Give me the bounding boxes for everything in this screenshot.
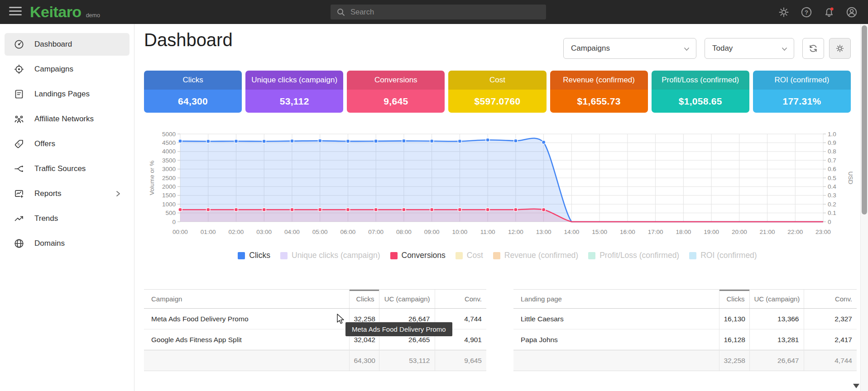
trends-icon	[14, 213, 24, 224]
date-range-value: Today	[712, 44, 733, 53]
table-totals-row: 32,25826,6474,744	[513, 350, 857, 371]
svg-text:18:00: 18:00	[676, 229, 691, 235]
landings-icon	[14, 89, 24, 100]
legend-item-revenue-confirmed[interactable]: Revenue (confirmed)	[493, 251, 578, 260]
scroll-down-arrow-icon[interactable]	[853, 384, 859, 388]
legend-item-profit-loss-confirmed[interactable]: Profit/Loss (confirmed)	[588, 251, 679, 260]
stat-card-label: Unique clicks (campaign)	[245, 71, 343, 90]
table-row[interactable]: Little Caesars16,13013,3662,327	[513, 309, 857, 329]
stat-card-value: 64,300	[144, 90, 242, 113]
sidebar-item-reports[interactable]: Reports	[5, 182, 129, 205]
column-header-conv[interactable]: Conv.	[435, 290, 486, 309]
page-title: Dashboard	[144, 30, 233, 50]
row-name-cell[interactable]: Little Caesars	[513, 309, 719, 329]
gear-icon	[835, 43, 845, 53]
global-search[interactable]	[331, 5, 546, 19]
sidebar-item-landings-pages[interactable]: Landings Pages	[5, 83, 129, 105]
svg-text:02:00: 02:00	[229, 229, 244, 235]
svg-text:04:00: 04:00	[284, 229, 300, 235]
topbar-actions: ?	[777, 0, 858, 24]
column-header-campaign[interactable]: Campaign	[144, 290, 349, 309]
column-header-uc-campaign[interactable]: UC (campaign)	[379, 290, 435, 309]
sidebar-item-trends[interactable]: Trends	[5, 207, 129, 230]
sidebar-item-dashboard[interactable]: Dashboard	[5, 33, 129, 56]
account-icon[interactable]	[845, 6, 858, 19]
sidebar-item-label: Offers	[34, 139, 55, 148]
totals-cell: 64,300	[349, 350, 379, 371]
column-header-uc-campaign[interactable]: UC (campaign)	[749, 290, 804, 309]
sidebar-item-affiliate-networks[interactable]: Affiliate Networks	[5, 108, 129, 130]
sidebar-item-offers[interactable]: SOffers	[5, 133, 129, 155]
stat-card-clicks[interactable]: Clicks64,300	[144, 71, 242, 113]
help-icon[interactable]: ?	[800, 6, 813, 19]
notifications-bell-icon[interactable]	[823, 6, 835, 19]
chart-legend: ClicksUnique clicks (campaign)Conversion…	[144, 251, 851, 260]
column-header-clicks[interactable]: Clicks	[719, 290, 749, 309]
sidebar-item-label: Reports	[34, 189, 62, 198]
svg-text:05:00: 05:00	[312, 229, 328, 235]
menu-toggle-icon[interactable]	[9, 7, 22, 17]
svg-text:06:00: 06:00	[340, 229, 356, 235]
row-tooltip: Meta Ads Food Delivery Promo	[345, 322, 452, 336]
stat-card-conversions[interactable]: Conversions9,645	[347, 71, 445, 113]
column-header-landing-page[interactable]: Landing page	[513, 290, 719, 309]
sidebar: DashboardCampaignsLandings PagesAffiliat…	[0, 24, 134, 391]
svg-text:00:00: 00:00	[173, 229, 188, 235]
column-header-conv[interactable]: Conv.	[804, 290, 857, 309]
stat-card-cost[interactable]: Cost$597.0760	[448, 71, 546, 113]
stat-card-label: Revenue (confirmed)	[550, 71, 648, 90]
svg-text:0.2: 0.2	[828, 201, 836, 208]
column-header-clicks[interactable]: Clicks	[349, 290, 379, 309]
refresh-icon	[808, 43, 818, 53]
sidebar-item-traffic-sources[interactable]: Traffic Sources	[5, 157, 129, 180]
sidebar-item-label: Campaigns	[34, 65, 73, 74]
legend-item-roi-confirmed[interactable]: ROI (confirmed)	[689, 251, 757, 260]
campaigns-filter-select[interactable]: Campaigns	[563, 38, 696, 59]
sidebar-item-label: Dashboard	[34, 40, 72, 49]
sidebar-item-campaigns[interactable]: Campaigns	[5, 58, 129, 81]
chevron-right-icon	[115, 191, 121, 197]
legend-swatch	[238, 252, 245, 259]
offers-icon: S	[14, 138, 24, 149]
search-input[interactable]	[350, 7, 532, 17]
svg-text:3500: 3500	[162, 157, 176, 164]
legend-swatch	[493, 252, 500, 259]
sidebar-item-domains[interactable]: Domains	[5, 232, 129, 255]
scrollbar-track[interactable]	[860, 24, 868, 391]
stat-card-label: Clicks	[144, 71, 242, 90]
stat-card-roi-confirmed[interactable]: ROI (confirmed)177.31%	[753, 71, 851, 113]
row-name-cell[interactable]: Meta Ads Food Delivery Promo	[144, 309, 349, 329]
affiliate-icon	[14, 114, 24, 124]
settings-gear-icon[interactable]	[777, 6, 790, 19]
legend-item-cost[interactable]: Cost	[456, 251, 483, 260]
svg-text:13:00: 13:00	[536, 229, 551, 235]
stat-card-profit-loss-confirmed[interactable]: Profit/Loss (confirmed)$1,058.65	[652, 71, 749, 113]
legend-item-unique-clicks-campaign[interactable]: Unique clicks (campaign)	[280, 251, 380, 260]
sidebar-item-label: Domains	[34, 239, 65, 248]
legend-item-conversions[interactable]: Conversions	[390, 251, 446, 260]
date-range-select[interactable]: Today	[705, 38, 794, 59]
stat-card-unique-clicks-campaign[interactable]: Unique clicks (campaign)53,112	[245, 71, 343, 113]
legend-label: Clicks	[249, 251, 270, 260]
chart-settings-button[interactable]	[829, 38, 851, 59]
legend-item-clicks[interactable]: Clicks	[238, 251, 270, 260]
stat-card-revenue-confirmed[interactable]: Revenue (confirmed)$1,655.73	[550, 71, 648, 113]
sidebar-item-label: Traffic Sources	[34, 164, 86, 173]
row-name-cell[interactable]: Google Ads Fitness App Split	[144, 329, 349, 350]
svg-text:17:00: 17:00	[648, 229, 663, 235]
stat-card-label: Conversions	[347, 71, 445, 90]
stat-card-value: $1,655.73	[550, 90, 648, 113]
table-row[interactable]: Papa Johns16,12813,2812,417	[513, 329, 857, 350]
scrollbar-thumb[interactable]	[862, 25, 867, 215]
legend-label: Unique clicks (campaign)	[292, 251, 380, 260]
legend-label: ROI (confirmed)	[700, 251, 757, 260]
row-name-cell[interactable]: Papa Johns	[513, 329, 719, 350]
svg-text:0.1: 0.1	[828, 210, 836, 216]
brand[interactable]: Keitaro demo	[30, 3, 100, 21]
refresh-button[interactable]	[802, 38, 824, 59]
totals-empty-cell	[144, 350, 349, 371]
stat-card-label: ROI (confirmed)	[753, 71, 851, 90]
svg-text:Volume or %: Volume or %	[149, 161, 155, 196]
svg-text:0.5: 0.5	[828, 175, 836, 181]
app-logo[interactable]: Keitaro	[30, 3, 82, 21]
